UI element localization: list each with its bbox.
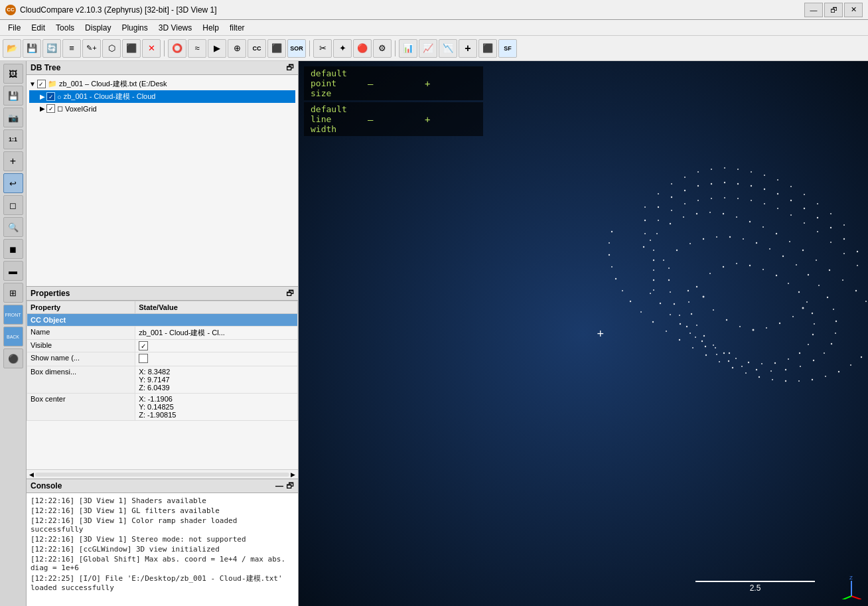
svg-point-144	[790, 200, 792, 201]
overlay-linewidth-minus[interactable]: —	[368, 114, 419, 125]
titlebar-title: CloudCompare v2.10.3 (Zephyrus) [32-bit]…	[20, 5, 217, 15]
svg-point-47	[611, 231, 613, 232]
tb-chart[interactable]: 📈	[419, 39, 437, 58]
tree-arrow-voxel[interactable]: ▶	[40, 105, 45, 112]
tree-item-root[interactable]: ▼ ✓ 📁 zb_001 – Cloud-建模.txt (E:/Desk	[29, 78, 295, 90]
console-restore[interactable]: 🗗	[286, 481, 294, 491]
svg-point-39	[652, 321, 654, 323]
tree-arrow-root[interactable]: ▼	[29, 80, 36, 88]
sidebar-zoomin-icon[interactable]: +	[3, 151, 23, 171]
svg-point-69	[785, 369, 786, 370]
menu-help[interactable]: Help	[197, 22, 224, 34]
sidebar-front-icon[interactable]: FRONT	[3, 305, 23, 325]
menu-3dviews[interactable]: 3D Views	[153, 22, 197, 34]
sidebar-grid-icon[interactable]: ⊞	[3, 283, 23, 303]
db-tree-header: DB Tree 🗗	[27, 61, 298, 75]
svg-point-31	[759, 376, 760, 378]
tb-crop[interactable]: ⬛	[122, 39, 141, 58]
console-minimize[interactable]: —	[275, 481, 283, 491]
tree-checkbox-voxel[interactable]: ✓	[46, 104, 55, 113]
tb-rotate[interactable]: 🔄	[42, 39, 61, 58]
sidebar-plane-icon[interactable]: ▬	[3, 261, 23, 281]
tb-sor[interactable]: SOR	[287, 39, 306, 58]
sidebar-camera-icon[interactable]: 📷	[3, 108, 23, 127]
tb-raster[interactable]: ⬛	[267, 39, 286, 58]
tb-cc[interactable]: CC	[248, 39, 266, 58]
sidebar-dot-icon[interactable]: ⚫	[3, 348, 23, 368]
sidebar-back-icon[interactable]: ↩	[3, 173, 23, 193]
tb-star[interactable]: ✦	[333, 39, 352, 58]
sidebar-triangle-icon[interactable]: 🔍	[3, 217, 23, 237]
tree-item-cloud[interactable]: ▶ ✓ ○ zb_001 - Cloud-建模 - Cloud	[29, 90, 295, 103]
tb-open[interactable]: 📂	[3, 39, 21, 58]
tb-approx[interactable]: ▶	[208, 39, 226, 58]
svg-point-131	[737, 198, 739, 199]
menu-filter[interactable]: filter	[224, 22, 250, 34]
tb-sample[interactable]: ⭕	[168, 39, 186, 58]
tb-save[interactable]: 💾	[23, 39, 41, 58]
svg-point-157	[843, 224, 845, 226]
view-3d[interactable]: default point size — + default line widt…	[299, 61, 868, 606]
sidebar-image-icon[interactable]: 🖼	[3, 64, 23, 84]
maximize-button[interactable]: 🗗	[824, 3, 843, 17]
tb-red[interactable]: 🔴	[353, 39, 372, 58]
overlay-linewidth-plus[interactable]: +	[425, 114, 476, 125]
svg-point-81	[668, 279, 670, 281]
svg-point-145	[790, 186, 792, 187]
tb-mesh[interactable]: ⬡	[102, 39, 121, 58]
svg-point-12	[789, 241, 790, 242]
menu-display[interactable]: Display	[80, 22, 116, 34]
properties-title: Properties	[31, 289, 70, 298]
console-panel: Console — 🗗 [12:22:16] [3D View 1] Shade…	[27, 479, 299, 606]
svg-point-50	[689, 243, 691, 244]
tb-add2[interactable]: +	[459, 39, 477, 58]
minimize-button[interactable]: —	[804, 3, 823, 17]
svg-point-149	[817, 231, 818, 232]
tb-list[interactable]: ≡	[62, 39, 81, 58]
tb-delete[interactable]: ✕	[142, 39, 161, 58]
sidebar-save-icon[interactable]: 💾	[3, 86, 23, 106]
tree-checkbox-root[interactable]: ✓	[37, 80, 46, 88]
tb-cut[interactable]: ✂	[313, 39, 332, 58]
properties-scroll[interactable]: Property State/Value CC Object Name zb_0…	[27, 301, 298, 469]
menu-edit[interactable]: Edit	[26, 22, 50, 34]
tb-block[interactable]: ⬛	[478, 39, 497, 58]
menu-file[interactable]: File	[3, 22, 26, 34]
sidebar-cube-icon[interactable]: ◼	[3, 239, 23, 259]
menu-plugins[interactable]: Plugins	[116, 22, 153, 34]
tree-checkbox-cloud[interactable]: ✓	[46, 92, 55, 101]
db-tree-restore[interactable]: 🗗	[286, 63, 294, 72]
svg-point-76	[695, 337, 696, 338]
menu-tools[interactable]: Tools	[50, 22, 80, 34]
tree-arrow-cloud[interactable]: ▶	[40, 93, 45, 100]
sidebar-box-icon[interactable]: ◻	[3, 195, 23, 215]
tb-gear[interactable]: ⚙	[373, 39, 392, 58]
svg-point-139	[764, 175, 765, 176]
tb-chart2[interactable]: 📉	[439, 39, 457, 58]
svg-point-15	[829, 269, 830, 271]
tree-item-voxel[interactable]: ▶ ✓ ◻ VoxelGrid	[29, 103, 295, 114]
tb-filter2[interactable]: ≈	[188, 39, 206, 58]
scroll-right-arrow[interactable]: ▶	[289, 470, 297, 479]
showname-checkbox[interactable]	[139, 354, 148, 363]
properties-hscrollbar[interactable]: ◀ ▶	[27, 469, 298, 479]
visible-checkbox[interactable]: ✓	[139, 341, 148, 350]
svg-point-188	[653, 250, 654, 251]
tb-histogram[interactable]: 📊	[399, 39, 417, 58]
db-tree-content: ▼ ✓ 📁 zb_001 – Cloud-建模.txt (E:/Desk ▶ ✓…	[27, 75, 298, 286]
tb-sf[interactable]: SF	[498, 39, 517, 58]
svg-point-173	[689, 333, 691, 334]
svg-point-110	[644, 233, 646, 234]
close-button[interactable]: ✕	[844, 3, 863, 17]
tb-edit[interactable]: ✎+	[82, 39, 101, 58]
properties-restore[interactable]: 🗗	[286, 289, 294, 298]
sidebar-back2-icon[interactable]: BACK	[3, 327, 23, 346]
svg-point-118	[671, 183, 672, 185]
tb-addpt[interactable]: ⊕	[228, 39, 246, 58]
box-dim-y: Y: 9.7147	[139, 376, 294, 384]
overlay-pointsize-plus[interactable]: +	[425, 78, 476, 89]
svg-point-190	[653, 269, 654, 271]
overlay-pointsize-minus[interactable]: —	[368, 78, 419, 89]
scroll-left-arrow[interactable]: ◀	[28, 470, 35, 479]
sidebar-ratio-icon[interactable]: 1:1	[3, 129, 23, 149]
